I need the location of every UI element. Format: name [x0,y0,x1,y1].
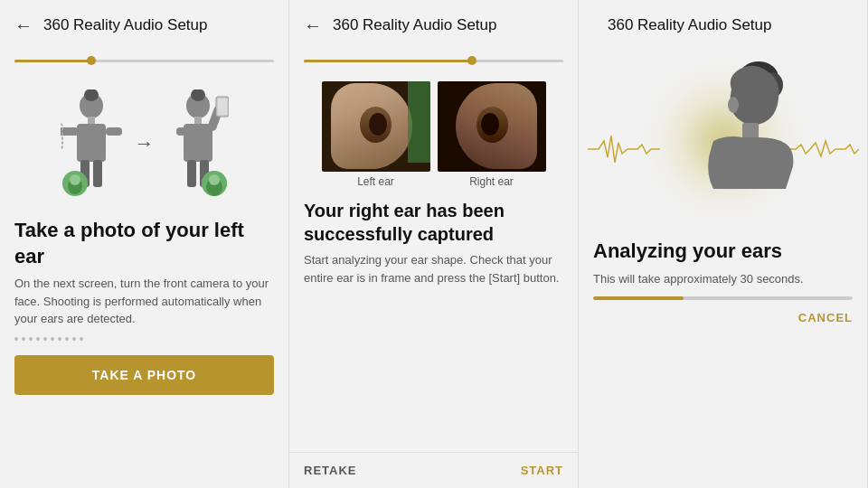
svg-rect-14 [194,117,202,124]
retake-button[interactable]: RETAKE [304,464,356,477]
panel3-description: This will take approximately 30 seconds. [579,272,867,296]
panel1-header: ← 360 Reality Audio Setup [0,0,288,51]
panel2-progress-bar [289,51,578,70]
back-arrow-icon[interactable]: ← [14,15,33,36]
right-ear-label: Right ear [469,175,514,188]
svg-rect-21 [218,99,227,115]
panel-take-photo: ← 360 Reality Audio Setup [0,0,289,488]
panel1-progress-bar [0,51,288,70]
svg-rect-5 [106,127,122,136]
panel3-illustration [579,51,867,231]
panel2-main-title: Your right ear has been successfully cap… [289,192,578,251]
svg-point-24 [209,174,220,185]
panel3-progress-bar [593,296,853,300]
panel1-dots [0,328,288,350]
panel2-header: ← 360 Reality Audio Setup [289,0,578,51]
person3-svg [677,58,813,225]
panel3-header: 360 Reality Audio Setup [579,0,867,51]
svg-rect-3 [77,124,106,162]
arrow-right-icon: → [135,132,155,155]
left-ear-container: Left ear [322,81,430,188]
svg-point-11 [70,174,80,185]
back-arrow-icon-2[interactable]: ← [304,15,322,36]
panel2-title-text: 360 Reality Audio Setup [333,16,496,34]
panel1-main-title: Take a photo of your left ear [0,211,288,275]
svg-rect-17 [176,127,185,136]
left-ear-label: Left ear [357,175,394,188]
panel2-action-buttons: RETAKE START [289,453,578,488]
take-photo-button[interactable]: TAKE A PHOTO [14,355,274,395]
svg-point-28 [728,97,739,113]
start-button[interactable]: START [521,464,563,477]
panel3-action-buttons: CANCEL [579,311,867,324]
panel1-illustration: → [0,70,288,211]
panel-ear-captured: ← 360 Reality Audio Setup Left ear [289,0,579,488]
panel3-progress-fill [593,296,684,300]
svg-rect-2 [88,117,95,124]
panel-analyzing: 360 Reality Audio Setup Ana [579,0,868,488]
panel2-ear-images: Left ear Right ear [289,70,578,192]
panel1-description: On the next screen, turn the front camer… [0,275,288,328]
cancel-button[interactable]: CANCEL [798,311,853,324]
panel3-title-text: 360 Reality Audio Setup [593,16,771,34]
right-ear-container: Right ear [438,81,546,188]
panel1-title-text: 360 Reality Audio Setup [43,16,207,34]
panel3-main-title: Analyzing your ears [579,231,867,272]
svg-rect-18 [187,160,196,187]
panel2-description: Start analyzing your ear shape. Check th… [289,251,578,286]
svg-rect-15 [184,124,212,162]
svg-rect-7 [93,160,102,187]
